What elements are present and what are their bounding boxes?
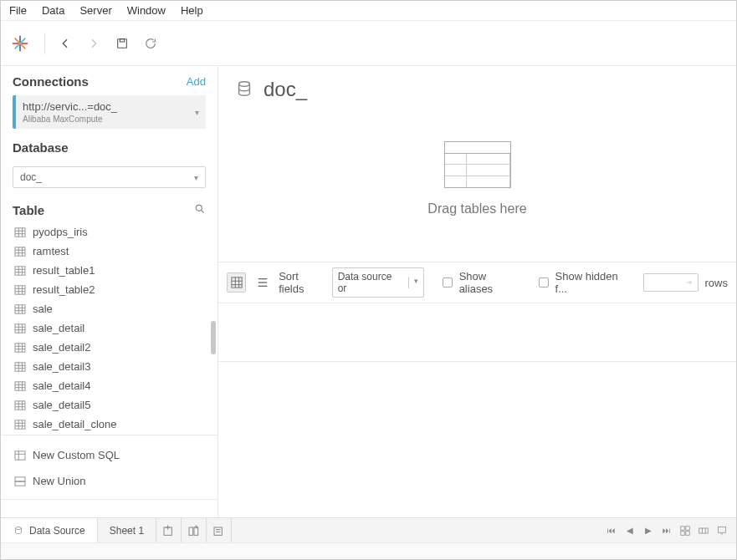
new-dashboard-button[interactable] xyxy=(182,518,207,542)
svg-rect-38 xyxy=(15,343,25,351)
menu-help[interactable]: Help xyxy=(181,4,203,17)
nav-first-button[interactable]: ⏮ xyxy=(604,523,619,538)
new-story-button[interactable] xyxy=(207,518,232,542)
table-name: sale_detail_clone xyxy=(33,418,116,430)
scrollbar-thumb[interactable] xyxy=(211,321,216,354)
table-item[interactable]: sale_detail_clone xyxy=(8,415,211,434)
table-item[interactable]: pyodps_iris xyxy=(8,222,211,242)
menu-data[interactable]: Data xyxy=(42,4,64,17)
table-item[interactable]: sale xyxy=(8,299,211,318)
chevron-down-icon: ▾ xyxy=(194,173,198,182)
nav-prev-button[interactable]: ◀ xyxy=(622,523,637,538)
save-button[interactable] xyxy=(110,32,134,55)
grid-view-button[interactable] xyxy=(227,272,246,293)
svg-rect-18 xyxy=(15,266,25,274)
table-item[interactable]: result_table1 xyxy=(8,261,211,280)
svg-rect-5 xyxy=(120,38,124,41)
connection-title: http://servic...=doc_ xyxy=(23,100,199,113)
preview-options-bar: Sort fields Data source or ▾ Show aliase… xyxy=(218,262,736,303)
rows-input[interactable] xyxy=(643,273,699,292)
table-item[interactable]: sale_detail xyxy=(8,318,211,338)
svg-rect-48 xyxy=(15,381,25,389)
table-name: sale_detail4 xyxy=(33,379,90,392)
new-union-label: New Union xyxy=(33,475,86,487)
table-item[interactable]: ramtest xyxy=(8,242,211,261)
datasource-icon xyxy=(235,79,253,100)
show-hidden-checkbox[interactable] xyxy=(539,277,549,288)
tab-data-source-label: Data Source xyxy=(29,525,85,537)
table-drop-zone[interactable]: Drag tables here xyxy=(218,101,736,257)
canvas-area: doc_ Drag tables here Sort fields Data s… xyxy=(218,66,736,517)
svg-rect-23 xyxy=(15,285,25,293)
menu-bar: File Data Server Window Help xyxy=(1,1,736,21)
tab-sheet1-label: Sheet 1 xyxy=(110,525,144,537)
toolbar xyxy=(1,21,736,66)
svg-rect-81 xyxy=(189,527,193,535)
datasource-title[interactable]: doc_ xyxy=(264,78,307,101)
status-bar xyxy=(1,542,736,559)
svg-rect-63 xyxy=(15,451,25,459)
datasource-title-text: doc_ xyxy=(264,78,307,100)
table-name: sale_detail5 xyxy=(33,399,90,411)
connection-item[interactable]: http://servic...=doc_ Alibaba MaxCompute… xyxy=(13,95,206,129)
table-item[interactable]: sale_detail3 xyxy=(8,357,211,376)
sort-fields-label: Sort fields xyxy=(279,270,325,295)
data-preview-area xyxy=(218,303,736,362)
table-item[interactable]: result_table2 xyxy=(8,280,211,299)
table-item[interactable]: sale_detail4 xyxy=(8,376,211,395)
table-name: sale_detail2 xyxy=(33,341,90,354)
tab-sheet1[interactable]: Sheet 1 xyxy=(98,518,156,542)
database-heading: Database xyxy=(13,140,69,155)
back-button[interactable] xyxy=(54,32,77,55)
svg-rect-86 xyxy=(681,526,685,530)
show-aliases-checkbox[interactable] xyxy=(443,277,453,288)
nav-next-button[interactable]: ▶ xyxy=(641,523,656,538)
table-list: pyodps_iris ramtest result_table1 result… xyxy=(1,222,218,435)
database-value: doc_ xyxy=(20,171,42,183)
forward-button[interactable] xyxy=(82,32,105,55)
table-name: sale xyxy=(33,303,53,315)
database-select[interactable]: doc_ ▾ xyxy=(13,166,206,188)
table-item[interactable]: sale_detail2 xyxy=(8,338,211,357)
svg-rect-28 xyxy=(15,304,25,313)
add-connection-link[interactable]: Add xyxy=(187,75,206,88)
svg-rect-4 xyxy=(118,38,127,48)
new-union[interactable]: New Union xyxy=(1,468,218,494)
table-item[interactable]: sale_detail5 xyxy=(8,395,211,415)
table-name: result_table1 xyxy=(33,264,95,277)
connection-subtitle: Alibaba MaxCompute xyxy=(23,115,199,124)
chevron-down-icon[interactable]: ▾ xyxy=(195,108,199,117)
menu-server[interactable]: Server xyxy=(79,4,111,17)
svg-rect-66 xyxy=(15,476,25,481)
svg-rect-69 xyxy=(231,277,241,288)
svg-rect-43 xyxy=(15,362,25,370)
tab-data-source[interactable]: Data Source xyxy=(1,518,98,542)
table-placeholder-icon xyxy=(444,141,511,188)
new-custom-sql[interactable]: New Custom SQL xyxy=(1,442,218,468)
nav-last-button[interactable]: ⏭ xyxy=(659,523,674,538)
show-tabs-button[interactable] xyxy=(678,523,693,538)
tableau-logo-icon xyxy=(11,34,29,53)
svg-rect-88 xyxy=(681,531,685,535)
svg-rect-13 xyxy=(15,247,25,255)
svg-rect-82 xyxy=(194,527,198,535)
sort-fields-select[interactable]: Data source or ▾ xyxy=(332,267,425,298)
sheet-tabs: Data Source Sheet 1 ⏮ ◀ ▶ ⏭ xyxy=(1,517,736,542)
menu-file[interactable]: File xyxy=(9,4,27,17)
svg-rect-93 xyxy=(719,527,726,532)
svg-rect-90 xyxy=(699,528,709,533)
table-name: result_table2 xyxy=(33,283,95,296)
svg-rect-87 xyxy=(686,526,690,530)
presentation-mode-button[interactable] xyxy=(714,523,729,538)
refresh-button[interactable] xyxy=(139,32,162,55)
left-panel: Connections Add http://servic...=doc_ Al… xyxy=(1,66,218,517)
show-filmstrip-button[interactable] xyxy=(696,523,711,538)
menu-window[interactable]: Window xyxy=(127,4,166,17)
list-view-button[interactable] xyxy=(253,272,272,293)
search-icon[interactable] xyxy=(194,203,206,217)
svg-rect-8 xyxy=(15,227,25,236)
rows-label: rows xyxy=(705,277,728,289)
new-worksheet-button[interactable] xyxy=(156,518,182,542)
svg-point-68 xyxy=(239,81,250,86)
svg-rect-58 xyxy=(15,420,25,428)
